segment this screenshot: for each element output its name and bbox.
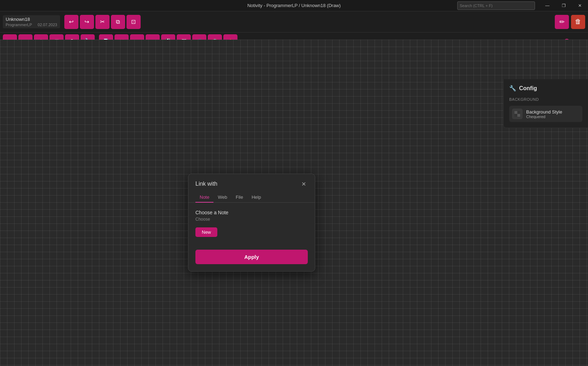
cut-button[interactable]: ✂ [95,15,110,29]
config-section-label: Background [509,97,582,101]
note-info: Unknown18 ProgrammerLP 02.07.2023 [3,15,60,28]
config-title: 🔧 Config [509,85,582,92]
maximize-button[interactable]: ❐ [555,0,572,11]
title-bar-controls: — ❐ ✕ [539,0,588,11]
draw-button[interactable]: ✏ [555,15,569,29]
app-title: Notivity - ProgrammerLP / Unknown18 (Dra… [247,3,341,8]
search-input[interactable] [457,1,535,10]
dialog-overlay: Link with ✕ Note Web File Help Choose a … [0,79,503,366]
close-button[interactable]: ✕ [572,0,588,11]
title-bar: Notivity - ProgrammerLP / Unknown18 (Dra… [0,0,588,11]
svg-rect-2 [517,111,520,114]
background-style-text: Background Style Chequered [526,109,562,119]
svg-rect-3 [514,114,517,117]
paste-button[interactable]: ⊡ [127,15,141,29]
choose-note-sub: Choose [195,217,308,222]
dialog-close-button[interactable]: ✕ [299,180,308,188]
dialog-footer: Apply [188,244,315,271]
background-style-value: Chequered [526,115,562,119]
tab-web[interactable]: Web [213,192,231,203]
dialog-tabs: Note Web File Help [188,188,315,203]
minimize-button[interactable]: — [539,0,555,11]
config-panel: 🔧 Config Background Background Style Che… [503,79,588,128]
tab-file[interactable]: File [231,192,247,203]
dialog-header: Link with ✕ [188,174,315,188]
tab-help[interactable]: Help [247,192,265,203]
background-style-icon [512,109,523,119]
redo-button[interactable]: ↪ [80,15,94,29]
svg-rect-0 [514,111,517,114]
config-icon: 🔧 [509,85,516,92]
note-date: 02.07.2023 [38,23,57,27]
search-bar[interactable] [457,1,535,10]
undo-button[interactable]: ↩ [64,15,78,29]
new-button[interactable]: New [195,227,217,237]
dialog-title: Link with [195,181,217,187]
choose-note-label: Choose a Note [195,210,308,215]
dialog-body: Choose a Note Choose New [188,203,315,244]
link-with-dialog: Link with ✕ Note Web File Help Choose a … [188,174,315,272]
delete-button[interactable]: 🗑 [571,15,585,29]
canvas-area: 🔧 Config Background Background Style Che… [0,40,588,366]
note-meta: ProgrammerLP 02.07.2023 [6,23,57,27]
note-author: ProgrammerLP [6,23,32,27]
background-style-label: Background Style [526,109,562,115]
background-style-item[interactable]: Background Style Chequered [509,106,582,122]
note-name: Unknown18 [6,17,57,22]
copy-button[interactable]: ⧉ [111,15,125,29]
svg-rect-1 [517,114,520,117]
apply-button[interactable]: Apply [195,250,308,264]
tab-note[interactable]: Note [195,192,213,203]
toolbar-row1: Unknown18 ProgrammerLP 02.07.2023 ↩ ↪ ✂ … [0,11,588,33]
